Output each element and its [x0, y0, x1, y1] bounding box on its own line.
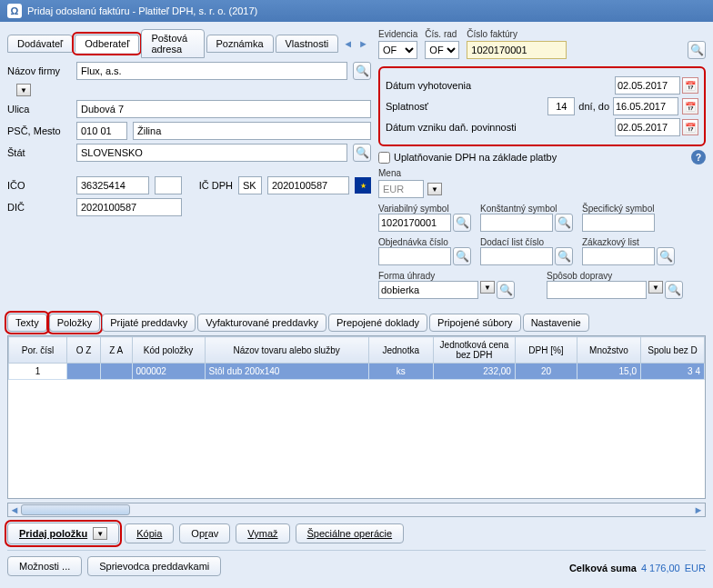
label-cislofaktury: Číslo faktúry: [467, 29, 706, 39]
label-datum-dan: Dátum vzniku daň. povinnosti: [386, 122, 517, 133]
col-spolu[interactable]: Spolu bez D: [641, 337, 705, 364]
scroll-thumb[interactable]: [21, 504, 130, 515]
label-icdph: IČ DPH: [199, 180, 233, 191]
help-icon[interactable]: ?: [691, 150, 706, 164]
calendar-icon[interactable]: 📅: [682, 98, 698, 115]
col-kod[interactable]: Kód položky: [132, 337, 205, 364]
forma-input[interactable]: [378, 281, 478, 299]
lookup-dod-icon[interactable]: 🔍: [555, 247, 573, 265]
dic-input[interactable]: [76, 198, 182, 216]
label-obj: Objednávka číslo: [378, 237, 471, 247]
col-oz[interactable]: O Z: [67, 337, 101, 364]
konsym-input[interactable]: [480, 214, 553, 232]
tab-postova[interactable]: Poštová adresa: [141, 29, 204, 58]
dod-input[interactable]: [480, 247, 553, 265]
label-ulica: Ulica: [7, 104, 71, 115]
tab-odberatel[interactable]: Odberateľ: [75, 35, 139, 53]
lookup-zak-icon[interactable]: 🔍: [657, 247, 675, 265]
mid-tabs: Texty Položky Prijaté preddavky Vyfaktur…: [7, 314, 706, 332]
grid-hscroll[interactable]: ◄ ►: [7, 503, 706, 517]
scroll-left-icon[interactable]: ◄: [8, 504, 21, 515]
tab-vlastnosti[interactable]: Vlastnosti: [276, 35, 339, 53]
street-input[interactable]: [76, 100, 371, 118]
varsym-input[interactable]: [378, 214, 451, 232]
evidencia-select[interactable]: OF: [378, 41, 417, 59]
tab-texty[interactable]: Texty: [7, 314, 47, 332]
tab-prepojene[interactable]: Prepojené doklady: [328, 314, 427, 332]
lookup-invoice-icon[interactable]: 🔍: [688, 41, 706, 59]
tab-poznamka[interactable]: Poznámka: [206, 35, 274, 53]
table-row[interactable]: 1 000002 Stôl dub 200x140 ks 232,00 20 1…: [9, 364, 705, 380]
currency-input[interactable]: [378, 180, 424, 198]
cell-spolu: 3 4: [641, 364, 705, 380]
lookup-forma-icon[interactable]: 🔍: [497, 281, 515, 299]
cell-za: [101, 364, 133, 380]
issue-date-input[interactable]: [615, 76, 680, 95]
tab-polozky[interactable]: Položky: [49, 314, 101, 332]
copy-button[interactable]: Kópia: [125, 523, 174, 543]
ico-extra-input[interactable]: [155, 176, 182, 194]
col-nazov[interactable]: Názov tovaru alebo služby: [205, 337, 368, 364]
options-button[interactable]: Možnosti ...: [7, 556, 82, 576]
eu-flag-icon[interactable]: ★: [355, 177, 371, 194]
lookup-company-icon[interactable]: 🔍: [353, 62, 371, 80]
currency-dropdown[interactable]: ▼: [427, 183, 442, 195]
label-varsym: Variabilný symbol: [378, 204, 471, 214]
col-jednotka[interactable]: Jednotka: [368, 337, 433, 364]
lookup-obj-icon[interactable]: 🔍: [453, 247, 471, 265]
divider: [7, 550, 706, 551]
delete-button[interactable]: Vymaž: [236, 523, 289, 543]
lookup-varsym-icon[interactable]: 🔍: [453, 214, 471, 232]
psc-input[interactable]: [76, 122, 127, 140]
tab-vyfakturovane[interactable]: Vyfakturované preddavky: [197, 314, 326, 332]
icdph-prefix-input[interactable]: [238, 176, 262, 194]
scroll-right-icon[interactable]: ►: [692, 504, 705, 515]
calendar-icon[interactable]: 📅: [682, 77, 698, 94]
dates-panel: Dátum vyhotovenia 📅 Splatnosť dní, do 📅 …: [378, 66, 706, 146]
tab-nastavenie[interactable]: Nastavenie: [523, 314, 589, 332]
city-input[interactable]: [133, 122, 371, 140]
edit-button[interactable]: Oprav: [179, 523, 230, 543]
col-dph[interactable]: DPH [%]: [515, 337, 577, 364]
days-input[interactable]: [547, 97, 575, 115]
icdph-input[interactable]: [267, 176, 349, 194]
state-input[interactable]: [76, 144, 347, 162]
specsym-input[interactable]: [582, 214, 655, 232]
col-za[interactable]: Z A: [101, 337, 133, 364]
col-mnozstvo[interactable]: Množstvo: [577, 337, 641, 364]
invoice-number-input[interactable]: [467, 41, 567, 59]
wizard-button[interactable]: Sprievodca preddavkami: [87, 556, 221, 576]
add-item-button[interactable]: Pridaj položku ▼: [7, 523, 119, 544]
tax-date-input[interactable]: [615, 118, 680, 136]
cisrad-select[interactable]: OF: [425, 41, 459, 59]
tab-pripojene[interactable]: Pripojené súbory: [429, 314, 521, 332]
tab-dodavatel[interactable]: Dodávateľ: [7, 35, 73, 53]
company-dropdown[interactable]: ▼: [16, 84, 31, 96]
company-name-input[interactable]: [76, 62, 347, 80]
lookup-doprava-icon[interactable]: 🔍: [665, 281, 683, 299]
tab-prijate[interactable]: Prijaté preddavky: [102, 314, 196, 332]
label-splatnost: Splatnosť: [386, 101, 428, 112]
lookup-konsym-icon[interactable]: 🔍: [555, 214, 573, 232]
label-datum-vyhotovenia: Dátum vyhotovenia: [386, 80, 471, 91]
items-grid[interactable]: Por. čísl O Z Z A Kód položky Názov tova…: [7, 335, 706, 499]
titlebar: Ω Pridaj odoslanú faktúru - Platiteľ DPH…: [0, 0, 713, 22]
forma-dropdown[interactable]: ▼: [480, 281, 495, 294]
tabs-scroll-left[interactable]: ◄: [340, 38, 356, 49]
due-date-input[interactable]: [613, 97, 678, 115]
zak-input[interactable]: [582, 247, 655, 265]
lookup-state-icon[interactable]: 🔍: [353, 144, 371, 162]
special-button[interactable]: Špeciálne operácie: [296, 523, 405, 543]
ico-input[interactable]: [76, 176, 149, 194]
col-por[interactable]: Por. čísl: [9, 337, 67, 364]
doprava-dropdown[interactable]: ▼: [648, 281, 663, 294]
tabs-scroll-right[interactable]: ►: [356, 38, 371, 49]
obj-input[interactable]: [378, 247, 451, 265]
label-zak: Zákazkový list: [582, 237, 675, 247]
calendar-icon[interactable]: 📅: [682, 119, 698, 135]
cell-mn: 15,0: [577, 364, 641, 380]
vat-payment-checkbox[interactable]: [378, 152, 390, 164]
doprava-input[interactable]: [547, 281, 647, 299]
add-item-dropdown[interactable]: ▼: [93, 527, 107, 540]
col-cena[interactable]: Jednotková cena bez DPH: [433, 337, 515, 364]
